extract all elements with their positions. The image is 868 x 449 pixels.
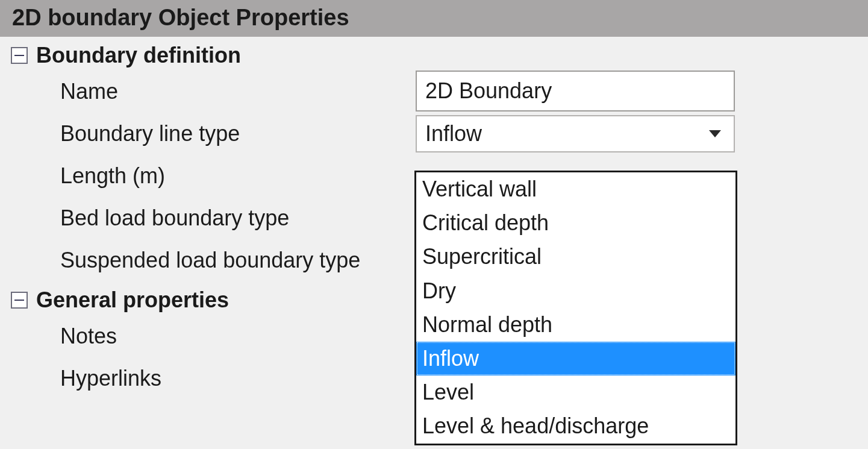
section-title-general-properties: General properties: [36, 287, 229, 313]
chevron-down-icon[interactable]: [698, 116, 732, 151]
section-header-boundary-definition[interactable]: Boundary definition: [0, 40, 868, 71]
name-input[interactable]: [416, 71, 735, 111]
dropdown-option[interactable]: Vertical wall: [416, 172, 735, 206]
collapse-icon[interactable]: [11, 47, 28, 64]
property-label-suspended-load-boundary-type: Suspended load boundary type: [60, 248, 416, 273]
dropdown-option[interactable]: Inflow: [416, 342, 735, 375]
panel-title: 2D boundary Object Properties: [0, 0, 868, 37]
section-title-boundary-definition: Boundary definition: [36, 43, 241, 68]
property-label-boundary-line-type: Boundary line type: [60, 121, 416, 146]
property-label-bed-load-boundary-type: Bed load boundary type: [60, 206, 416, 231]
property-row-name: Name: [0, 71, 868, 113]
property-row-boundary-line-type: Boundary line type Inflow: [0, 113, 868, 155]
property-label-hyperlinks: Hyperlinks: [60, 366, 416, 391]
dropdown-option[interactable]: Critical depth: [416, 206, 735, 240]
property-label-length: Length (m): [60, 163, 416, 189]
dropdown-option[interactable]: Normal depth: [416, 308, 735, 342]
boundary-line-type-dropdown[interactable]: Inflow: [416, 115, 735, 152]
dropdown-option[interactable]: Supercritical: [416, 240, 735, 274]
svg-marker-0: [709, 130, 721, 137]
boundary-line-type-dropdown-list[interactable]: Vertical wallCritical depthSupercritical…: [414, 171, 737, 445]
dropdown-option[interactable]: Level & head/discharge: [416, 409, 735, 443]
dropdown-selected-value: Inflow: [425, 121, 482, 146]
collapse-icon[interactable]: [11, 292, 28, 309]
dropdown-option[interactable]: Dry: [416, 274, 735, 308]
property-label-notes: Notes: [60, 324, 416, 349]
property-label-name: Name: [60, 79, 416, 104]
dropdown-option[interactable]: Level: [416, 375, 735, 409]
